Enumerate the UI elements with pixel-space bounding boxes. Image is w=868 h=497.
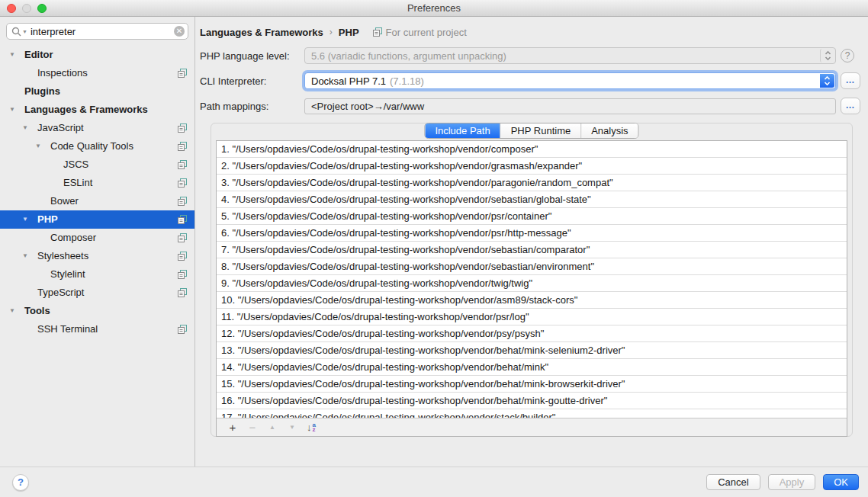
php-settings-panel: Languages & Frameworks › PHP For current… [195,17,868,467]
include-path-row[interactable]: 4. "/Users/opdavies/Code/os/drupal-testi… [217,191,847,208]
sidebar-item-label: SSH Terminal [37,320,98,338]
cancel-button[interactable]: Cancel [706,474,760,490]
sidebar-item-stylesheets[interactable]: ▼Stylesheets [0,247,194,265]
move-down-button[interactable]: ▼ [282,419,302,436]
path-mappings-field[interactable]: <Project root>→/var/www [304,98,836,114]
include-path-row[interactable]: 17. "/Users/opdavies/Code/os/drupal-test… [217,409,847,418]
current-project-icon [373,27,382,37]
include-path-groupbox: 1. "/Users/opdavies/Code/os/drupal-testi… [211,123,853,437]
current-project-icon [178,123,187,133]
include-path-row[interactable]: 14. "/Users/opdavies/Code/os/drupal-test… [217,359,847,376]
path-mappings-label: Path mappings: [200,101,304,112]
sidebar-item-javascript[interactable]: ▼JavaScript [0,119,194,137]
remove-button[interactable]: − [243,419,262,436]
include-path-row[interactable]: 16. "/Users/opdavies/Code/os/drupal-test… [217,393,847,409]
sidebar-item-label: JSCS [63,156,88,174]
current-project-icon [178,178,187,188]
expand-arrow-icon[interactable]: ▼ [9,46,24,64]
include-path-row[interactable]: 6. "/Users/opdavies/Code/os/drupal-testi… [217,225,847,242]
include-path-row[interactable]: 5. "/Users/opdavies/Code/os/drupal-testi… [217,208,847,225]
include-path-row[interactable]: 10. "/Users/opdavies/Code/os/drupal-test… [217,292,847,309]
sidebar-item-label: Composer [50,229,96,247]
sidebar-item-code-quality-tools[interactable]: ▼Code Quality Tools [0,137,194,156]
sidebar-item-typescript[interactable]: TypeScript [0,284,194,302]
sidebar-item-bower[interactable]: Bower [0,192,194,210]
cli-interpreter-browse-button[interactable]: … [841,72,860,89]
current-project-icon [178,197,187,206]
sidebar-item-tools[interactable]: ▼Tools [0,302,194,320]
cli-interpreter-select[interactable]: Docksal PHP 7.1 (7.1.18) [304,72,836,89]
include-path-row[interactable]: 3. "/Users/opdavies/Code/os/drupal-testi… [217,175,847,191]
sidebar-item-label: Editor [24,46,53,64]
cli-interpreter-label: CLI Interpreter: [200,75,304,87]
breadcrumb-page: PHP [339,27,359,38]
search-field[interactable]: ▼ ✕ [6,23,188,40]
sidebar-item-label: Plugins [24,82,60,101]
include-path-row[interactable]: 7. "/Users/opdavies/Code/os/drupal-testi… [217,242,847,258]
scope-label: For current project [386,27,467,38]
expand-arrow-icon[interactable]: ▼ [22,247,37,265]
sidebar-item-stylelint[interactable]: Stylelint [0,265,194,284]
sidebar-item-editor[interactable]: ▼Editor [0,46,194,64]
search-input[interactable] [31,26,174,37]
language-level-value: 5.6 (variadic functions, argument unpack… [311,50,506,62]
close-button[interactable] [7,4,16,13]
expand-arrow-icon[interactable]: ▼ [22,119,37,137]
dialog-footer: ? Cancel Apply OK [0,467,868,497]
sidebar-item-label: Inspections [37,64,88,82]
sidebar-item-label: Tools [24,302,50,320]
sidebar-item-jscs[interactable]: JSCS [0,156,194,174]
breadcrumb-section[interactable]: Languages & Frameworks [200,27,323,38]
language-level-label: PHP language level: [200,50,304,62]
current-project-icon [178,252,187,261]
current-project-icon [178,160,187,169]
add-button[interactable]: + [223,419,243,436]
path-mappings-browse-button[interactable]: … [841,98,860,114]
tab-analysis[interactable]: Analysis [581,123,638,138]
expand-arrow-icon[interactable]: ▼ [35,137,50,156]
language-level-select[interactable]: 5.6 (variadic functions, argument unpack… [304,47,836,64]
include-path-row[interactable]: 13. "/Users/opdavies/Code/os/drupal-test… [217,342,847,359]
ok-button[interactable]: OK [823,474,859,490]
include-path-row[interactable]: 15. "/Users/opdavies/Code/os/drupal-test… [217,376,847,393]
include-path-row[interactable]: 9. "/Users/opdavies/Code/os/drupal-testi… [217,275,847,292]
sidebar-item-label: JavaScript [37,119,84,137]
breadcrumb-separator-icon: › [330,27,333,37]
include-path-row[interactable]: 1. "/Users/opdavies/Code/os/drupal-testi… [217,141,847,158]
move-up-button[interactable]: ▲ [262,419,282,436]
sidebar-item-inspections[interactable]: Inspections [0,64,194,82]
include-path-row[interactable]: 11. "/Users/opdavies/Code/os/drupal-test… [217,309,847,325]
current-project-icon [178,325,187,334]
zoom-button[interactable] [37,4,47,13]
sidebar-item-ssh-terminal[interactable]: SSH Terminal [0,320,194,338]
apply-button[interactable]: Apply [768,474,816,490]
language-level-help-icon[interactable]: ? [841,49,854,63]
tab-include-path[interactable]: Include Path [425,123,500,138]
include-path-row[interactable]: 8. "/Users/opdavies/Code/os/drupal-testi… [217,258,847,275]
include-path-row[interactable]: 12. "/Users/opdavies/Code/os/drupal-test… [217,325,847,342]
sidebar-item-php[interactable]: ▼PHP [0,210,194,229]
sidebar-item-plugins[interactable]: Plugins [0,82,194,101]
expand-arrow-icon[interactable]: ▼ [22,210,37,229]
cli-interpreter-version: (7.1.18) [390,75,424,87]
search-icon[interactable]: ▼ [11,27,27,37]
sidebar-item-eslint[interactable]: ESLint [0,174,194,192]
sidebar-item-languages-frameworks[interactable]: ▼Languages & Frameworks [0,101,194,119]
select-stepper-icon [820,49,834,63]
sort-alphabetically-button[interactable]: ↓az [307,422,316,433]
expand-arrow-icon[interactable]: ▼ [9,302,24,320]
include-path-row[interactable]: 2. "/Users/opdavies/Code/os/drupal-testi… [217,158,847,175]
sidebar-item-composer[interactable]: Composer [0,229,194,247]
scope-indicator: For current project [373,27,467,38]
expand-arrow-icon[interactable]: ▼ [9,101,24,119]
search-options-arrow-icon[interactable]: ▼ [22,29,27,34]
settings-sidebar: ▼ ✕ ▼EditorInspectionsPlugins▼Languages … [0,17,195,467]
sidebar-item-label: PHP [37,210,58,229]
select-stepper-icon [820,74,834,88]
current-project-icon [178,270,187,279]
clear-search-icon[interactable]: ✕ [174,26,185,37]
breadcrumb: Languages & Frameworks › PHP For current… [200,24,862,40]
tab-php-runtime[interactable]: PHP Runtime [501,123,582,138]
help-button[interactable]: ? [12,474,29,491]
include-path-list: 1. "/Users/opdavies/Code/os/drupal-testi… [217,141,847,418]
